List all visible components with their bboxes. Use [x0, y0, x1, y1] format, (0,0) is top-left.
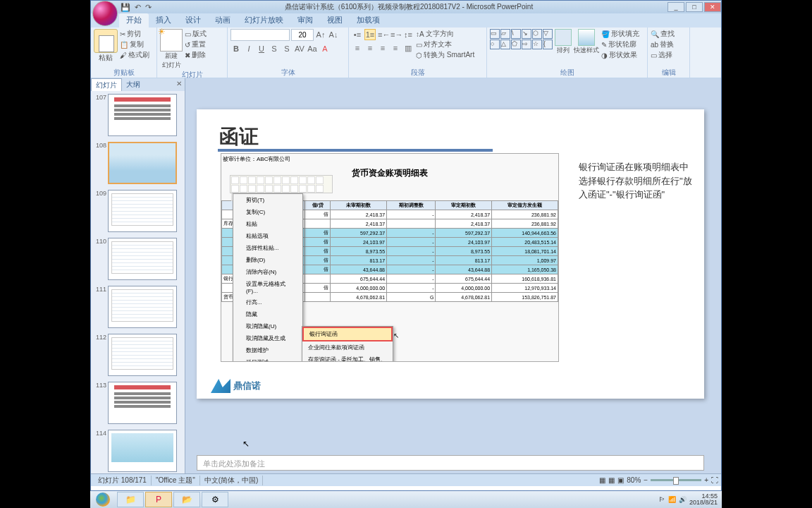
slide-thumbnail[interactable]: 107 [94, 94, 182, 136]
line-spacing-button[interactable]: ↕≡ [402, 29, 414, 40]
shapes-gallery[interactable]: ▭▱\↘⬡▽ ○△⬠⇨☆{ [490, 29, 553, 49]
context-menu-item[interactable]: 清除内容(N) [233, 266, 302, 278]
font-size-select[interactable] [291, 29, 314, 41]
context-submenu[interactable]: 银行询证函企业间往来款项询证函存货询证函 - 委托加工、销售、保管应收询证函 -… [302, 326, 393, 362]
bold-button[interactable]: B [230, 43, 242, 54]
close-button[interactable]: ✕ [704, 2, 721, 12]
undo-icon[interactable]: ↶ [135, 3, 141, 12]
slide-thumbnail[interactable]: 113 [94, 382, 182, 424]
select-button[interactable]: ▭ 选择 [651, 50, 675, 60]
slide-thumbnail[interactable]: 109 [94, 190, 182, 232]
decrease-indent-button[interactable]: ≡← [377, 29, 388, 40]
thumbnail-list[interactable]: 107108109110111112113114115 [91, 91, 185, 473]
char-spacing-button[interactable]: AV [294, 43, 305, 54]
shape-fill-button[interactable]: 🪣 形状填充 [601, 29, 639, 39]
ribbon-tab-0[interactable]: 开始 [119, 13, 149, 28]
find-button[interactable]: 🔍 查找 [651, 29, 675, 39]
slide-thumbnail[interactable]: 114 [94, 430, 182, 472]
font-color-button[interactable]: A [319, 43, 331, 54]
copy-button[interactable]: 📋 复制 [120, 40, 149, 49]
layout-button[interactable]: ▭ 版式 [185, 29, 207, 39]
quick-styles-button[interactable]: 快速样式 [574, 46, 599, 55]
taskbar-powerpoint[interactable]: P [145, 492, 172, 507]
maximize-button[interactable]: □ [686, 2, 703, 12]
tray-flag-icon[interactable]: 🏳 [659, 496, 665, 503]
columns-button[interactable]: ▥ [402, 42, 414, 54]
ribbon-tab-1[interactable]: 插入 [149, 13, 178, 28]
change-case-button[interactable]: Aa [307, 43, 318, 54]
context-menu-item[interactable]: 取消隐藏(U) [233, 320, 302, 332]
tray-network-icon[interactable]: 📶 [668, 496, 676, 503]
context-menu-item[interactable]: 取消隐藏及生成 [233, 332, 302, 344]
redo-icon[interactable]: ↷ [145, 3, 152, 12]
minimize-button[interactable]: _ [668, 2, 684, 12]
fit-window-icon[interactable]: ⛶ [711, 476, 718, 484]
shape-effects-button[interactable]: ◑ 形状效果 [601, 50, 639, 60]
taskbar-folder[interactable]: 📂 [173, 492, 200, 507]
paste-button[interactable]: 粘贴 [94, 53, 118, 63]
sorter-view-icon[interactable]: ▦ [608, 476, 615, 484]
align-right-button[interactable]: ≡ [377, 42, 388, 54]
ribbon-tab-5[interactable]: 审阅 [290, 13, 320, 28]
taskbar-app[interactable]: ⚙ [202, 492, 228, 507]
office-button[interactable] [92, 1, 118, 26]
context-menu-item[interactable]: 剪切(T) [233, 194, 302, 206]
align-text-button[interactable]: ▭ 对齐文本 [416, 40, 474, 49]
zoom-out-icon[interactable]: − [644, 476, 648, 484]
justify-button[interactable]: ≡ [390, 42, 401, 54]
slideshow-view-icon[interactable]: ▣ [617, 476, 624, 484]
slides-tab[interactable]: 幻灯片 [91, 78, 122, 91]
slide-thumbnail[interactable]: 111 [94, 286, 182, 328]
submenu-item[interactable]: 银行询证函 [302, 327, 393, 341]
context-menu-item[interactable]: 科目测试 [233, 356, 302, 362]
context-menu-item[interactable]: 粘贴 [233, 218, 302, 230]
context-menu-item[interactable]: 复制(C) [233, 206, 302, 218]
shape-outline-button[interactable]: ✎ 形状轮廓 [601, 40, 639, 49]
clock-date[interactable]: 2018/8/21 [689, 500, 718, 506]
context-menu-item[interactable]: 删除(D) [233, 254, 302, 266]
zoom-slider[interactable] [651, 479, 701, 481]
arrange-button[interactable]: 排列 [555, 46, 572, 55]
zoom-level[interactable]: 80% [627, 476, 641, 484]
slide-thumbnail[interactable]: 112 [94, 334, 182, 376]
context-menu-item[interactable]: 粘贴选项 [233, 230, 302, 242]
reset-button[interactable]: ↺ 重置 [185, 40, 207, 49]
new-slide-button[interactable]: 新建 幻灯片 [160, 52, 183, 70]
underline-button[interactable]: U [256, 43, 267, 54]
strikethrough-button[interactable]: S [269, 43, 280, 54]
save-icon[interactable]: 💾 [121, 3, 130, 12]
new-slide-icon[interactable] [160, 29, 183, 52]
ribbon-tab-6[interactable]: 视图 [320, 13, 350, 28]
start-button[interactable] [90, 491, 116, 508]
replace-button[interactable]: ab 替换 [651, 40, 675, 49]
grow-font-icon[interactable]: A↑ [315, 29, 326, 40]
context-menu[interactable]: 剪切(T)复制(C)粘贴粘贴选项选择性粘贴...删除(D)清除内容(N)设置单元… [233, 193, 303, 362]
shrink-font-icon[interactable]: A↓ [328, 29, 339, 40]
ribbon-tab-3[interactable]: 动画 [208, 13, 238, 28]
text-direction-button[interactable]: ↕A 文字方向 [416, 29, 474, 39]
normal-view-icon[interactable]: ▦ [599, 476, 605, 484]
submenu-item[interactable]: 企业间往来款项询证函 [302, 341, 393, 353]
paste-icon[interactable] [94, 29, 118, 53]
slide-thumbnail[interactable]: 110 [94, 238, 182, 280]
increase-indent-button[interactable]: ≡→ [390, 29, 401, 40]
submenu-item[interactable]: 存货询证函 - 委托加工、销售、保管 [302, 353, 393, 362]
arrange-icon[interactable] [555, 29, 572, 46]
cut-button[interactable]: ✂ 剪切 [120, 29, 149, 39]
shadow-button[interactable]: S [281, 43, 293, 54]
align-center-button[interactable]: ≡ [364, 42, 376, 54]
ribbon-tab-7[interactable]: 加载项 [350, 13, 387, 28]
format-painter-button[interactable]: 🖌 格式刷 [120, 50, 149, 60]
numbering-button[interactable]: 1≡ [364, 29, 376, 40]
delete-button[interactable]: ✖ 删除 [185, 50, 207, 60]
quick-access-toolbar[interactable]: 💾 ↶ ↷ [121, 3, 152, 12]
context-menu-item[interactable]: 行高... [233, 296, 302, 308]
slide-thumbnail[interactable]: 108 [94, 142, 182, 184]
context-menu-item[interactable]: 设置单元格格式(F)... [233, 278, 302, 296]
zoom-in-icon[interactable]: + [704, 476, 708, 484]
outline-tab[interactable]: 大纲 [122, 78, 144, 91]
taskbar-explorer[interactable]: 📁 [117, 492, 144, 507]
notes-pane[interactable]: 单击此处添加备注 [197, 455, 704, 471]
panel-close-icon[interactable]: ✕ [176, 80, 182, 87]
align-left-button[interactable]: ≡ [352, 42, 363, 54]
